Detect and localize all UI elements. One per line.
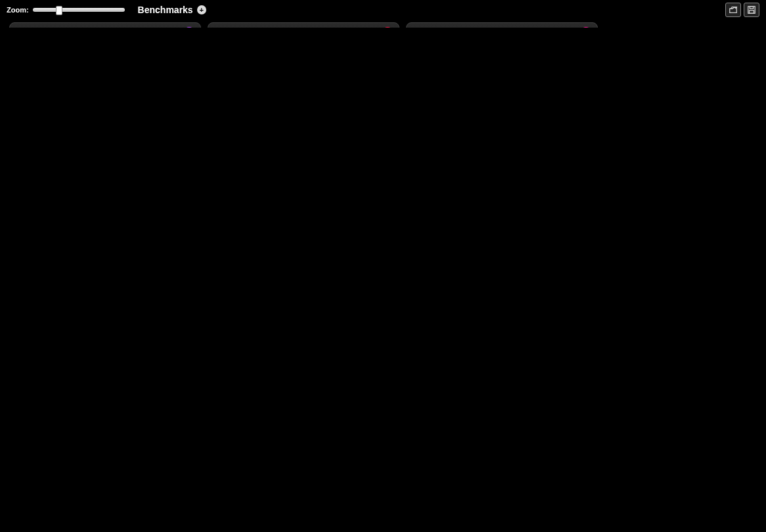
topbar: Zoom: Benchmarks + bbox=[0, 0, 766, 20]
panel-athletic-team-spaces: Athletic Team Spaces Strength & Conditio… bbox=[9, 22, 201, 28]
panel-recreation: Recreation Weights and Fitness1 room$ 32… bbox=[208, 22, 399, 28]
save-button[interactable] bbox=[744, 3, 759, 17]
panel-athletic-lockers: Athletic Lockers Football (100)1 room$ 3… bbox=[406, 22, 598, 28]
collapse-icon[interactable] bbox=[183, 27, 195, 28]
workspace: Athletic Team Spaces Strength & Conditio… bbox=[0, 20, 766, 28]
zoom-label: Zoom: bbox=[7, 6, 29, 14]
open-button[interactable] bbox=[725, 3, 741, 17]
svg-rect-2 bbox=[750, 11, 754, 13]
svg-rect-1 bbox=[750, 7, 753, 9]
add-benchmark-icon[interactable]: + bbox=[197, 5, 206, 14]
zoom-slider[interactable] bbox=[33, 8, 125, 12]
benchmarks-label: Benchmarks bbox=[138, 5, 193, 15]
collapse-icon[interactable] bbox=[382, 27, 394, 28]
collapse-icon[interactable] bbox=[580, 27, 592, 28]
